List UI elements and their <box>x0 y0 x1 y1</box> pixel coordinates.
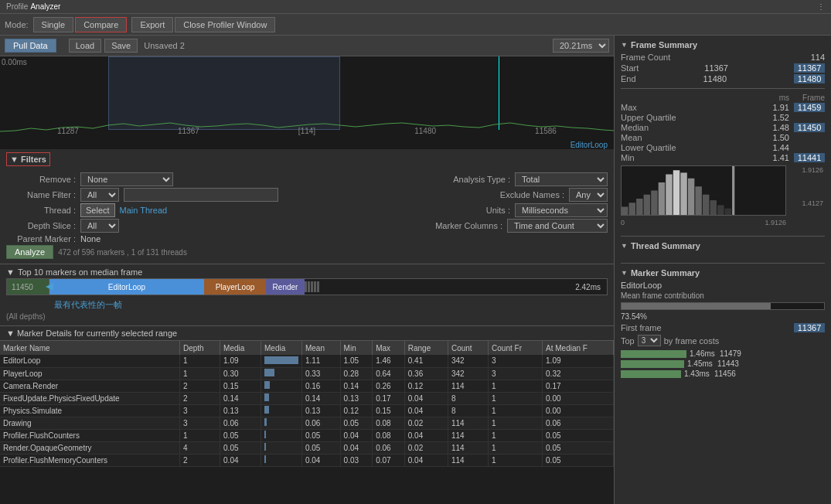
top-dropdown[interactable]: 3 <box>638 335 661 346</box>
unsaved-label: Unsaved 2 <box>144 41 185 50</box>
table-cell: 3 <box>179 417 220 429</box>
analysis-dropdown[interactable]: Total <box>515 172 608 186</box>
fc-val-1: 1.45ms <box>687 359 714 368</box>
table-cell: 0.02 <box>404 417 448 429</box>
table-row[interactable]: PlayerLoop10.300.330.280.640.3634230.32 <box>0 367 614 380</box>
table-cell <box>261 367 302 380</box>
timeline-cursor <box>499 56 499 130</box>
filter-name-row: Name Filter : All Exclude Names : Any <box>6 188 608 202</box>
upper-q-label: Upper Quartile <box>621 113 768 122</box>
frame-count-value: 114 <box>811 53 825 62</box>
table-cell <box>261 380 302 392</box>
fc-frame-1: 11443 <box>717 359 739 368</box>
table-cell: 1.09 <box>543 355 614 367</box>
table-cell: Profiler.FlushMemoryCounters <box>0 454 179 466</box>
table-cell: 0.08 <box>373 417 405 429</box>
histogram-svg <box>622 166 785 215</box>
frame-ticks <box>305 279 575 295</box>
table-cell: 0.33 <box>301 367 340 380</box>
min-ms: 1.41 <box>773 153 789 162</box>
name-filter-prefix-dropdown[interactable]: All <box>80 188 119 202</box>
table-cell: Physics.Simulate <box>0 404 179 417</box>
marker-cols-dropdown[interactable]: Time and Count <box>507 219 608 233</box>
left-panel: Pull Data Load Save Unsaved 2 20.21ms 0.… <box>0 36 615 504</box>
table-row[interactable]: EditorLoop11.091.111.051.460.4134231.09 <box>0 355 614 367</box>
col-at-median: At Median F <box>543 341 614 355</box>
marker-summary-section: Marker Summary EditorLoop Mean frame con… <box>621 258 825 380</box>
hist-min-label: 0 <box>621 219 625 226</box>
svg-rect-3 <box>636 199 642 215</box>
start-label: Start <box>621 63 639 73</box>
depth-dropdown[interactable]: All <box>80 219 119 233</box>
table-cell: 0.05 <box>543 454 614 466</box>
svg-rect-2 <box>629 203 635 215</box>
col-max: Max <box>373 341 405 355</box>
marker-table-section[interactable]: Marker Name Depth Media Media Mean Min M… <box>0 341 614 504</box>
timeline-graph[interactable]: 0.00ms 11287 11367 [114] 11480 11586 Edi… <box>0 56 614 149</box>
remove-dropdown[interactable]: None <box>80 172 173 186</box>
max-ms: 1.91 <box>773 103 789 112</box>
hist-right-top: 1.9126 <box>802 165 823 175</box>
table-cell: FixedUpdate.PhysicsFixedUpdate <box>0 392 179 404</box>
table-row[interactable]: FixedUpdate.PhysicsFixedUpdate20.140.140… <box>0 392 614 404</box>
svg-rect-6 <box>659 182 665 215</box>
marker-summary-title: Marker Summary <box>621 268 825 278</box>
table-row[interactable]: Profiler.FlushCounters10.050.050.040.080… <box>0 429 614 441</box>
load-button[interactable]: Load <box>69 39 101 53</box>
start-row: Start 11367 11367 <box>621 63 825 73</box>
end-row: End 11480 11480 <box>621 74 825 83</box>
table-cell: 0.13 <box>340 392 373 404</box>
select-thread-button[interactable]: Select <box>80 203 115 217</box>
table-cell: 0.14 <box>220 392 261 404</box>
table-row[interactable]: Profiler.FlushMemoryCounters20.040.040.0… <box>0 454 614 466</box>
table-cell: 114 <box>448 441 488 454</box>
single-mode-button[interactable]: Single <box>33 17 74 32</box>
top-markers-header: ▼ Top 10 markers on median frame <box>6 267 608 277</box>
svg-rect-10 <box>688 179 694 215</box>
table-cell <box>261 392 302 404</box>
table-cell: 0.05 <box>301 429 340 441</box>
pull-data-button[interactable]: Pull Data <box>5 39 56 53</box>
first-frame-row: First frame 11367 <box>621 323 825 332</box>
table-cell: 0.13 <box>301 404 340 417</box>
name-filter-input[interactable] <box>124 188 278 202</box>
svg-rect-7 <box>666 175 672 216</box>
close-profiler-button[interactable]: Close Profiler Window <box>175 17 275 32</box>
table-row[interactable]: Camera.Render20.150.160.140.260.1211410.… <box>0 380 614 392</box>
table-cell: 0.32 <box>543 367 614 380</box>
top-markers-title: Top 10 markers on median frame <box>18 267 142 277</box>
table-row[interactable]: Drawing30.060.060.050.080.0211410.06 <box>0 417 614 429</box>
svg-rect-9 <box>680 172 686 215</box>
table-cell: 1 <box>179 355 220 367</box>
svg-rect-15 <box>725 209 731 215</box>
table-cell: 0.17 <box>543 380 614 392</box>
axis-label-1: 11367 <box>178 127 199 135</box>
axis-label-2: [114] <box>298 127 315 135</box>
table-cell: 0.05 <box>340 417 373 429</box>
compare-mode-button[interactable]: Compare <box>75 17 127 32</box>
col-count-fr: Count Fr <box>489 341 543 355</box>
table-cell: 0.04 <box>404 454 448 466</box>
median-frame-row[interactable]: 11450 EditorLoop PlayerLoop Render <box>6 278 608 295</box>
ms-dropdown[interactable]: 20.21ms <box>553 39 609 53</box>
table-row[interactable]: Render.OpaqueGeometry40.050.050.040.060.… <box>0 441 614 454</box>
table-cell: 0.06 <box>543 417 614 429</box>
table-cell <box>261 404 302 417</box>
col-ms-header: ms <box>773 94 789 102</box>
table-cell: 1.11 <box>301 355 340 367</box>
table-cell: EditorLoop <box>0 355 179 367</box>
table-cell: Camera.Render <box>0 380 179 392</box>
svg-rect-1 <box>622 207 628 216</box>
frame-cost-row-1: 1.45ms 11443 <box>621 359 825 368</box>
remove-label: Remove : <box>6 175 76 184</box>
analyze-button[interactable]: Analyze <box>6 245 53 259</box>
export-button[interactable]: Export <box>131 17 173 32</box>
table-row[interactable]: Physics.Simulate30.130.130.120.150.04810… <box>0 404 614 417</box>
exclude-dropdown[interactable]: Any <box>569 188 608 202</box>
save-button[interactable]: Save <box>104 39 138 53</box>
table-cell: 0.30 <box>220 367 261 380</box>
table-cell: 114 <box>448 429 488 441</box>
col-frame-header: Frame <box>794 94 825 102</box>
units-dropdown[interactable]: Milliseconds <box>515 203 608 217</box>
upper-q-ms: 1.52 <box>773 113 789 122</box>
